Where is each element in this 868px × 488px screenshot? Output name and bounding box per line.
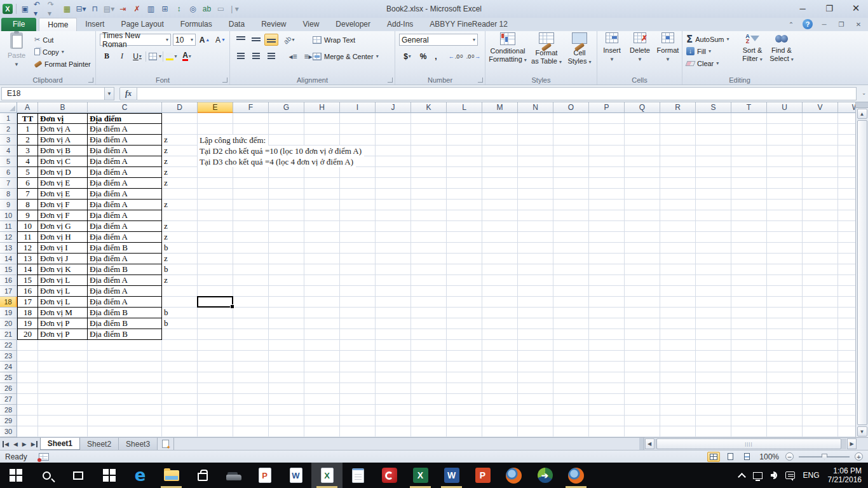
cell-V2[interactable] [803,124,838,135]
cell-R11[interactable] [660,221,696,232]
column-header-A[interactable]: A [17,102,38,113]
fill-button[interactable]: ↓Fill▾ [685,45,731,57]
autosum-button[interactable]: ΣAutoSum▾ [685,33,731,45]
cell-I28[interactable] [340,405,376,416]
cell-V17[interactable] [803,286,838,297]
cell-A21[interactable]: 20 [17,329,38,340]
cell-S17[interactable] [696,286,731,297]
cell-M27[interactable] [482,394,518,405]
cell-P22[interactable] [589,340,625,351]
cell-U7[interactable] [767,178,803,189]
cell-A2[interactable]: 1 [17,124,38,135]
cell-Q5[interactable] [625,156,660,167]
cell-U20[interactable] [767,318,803,329]
cell-P10[interactable] [589,210,625,221]
cell-I14[interactable] [340,254,376,264]
cell-B22[interactable] [38,340,88,351]
cell-C7[interactable]: Địa điểm A [88,178,162,189]
tab-developer[interactable]: Developer [327,18,379,31]
active-cell-selection[interactable] [197,296,233,308]
cell-U10[interactable] [767,210,803,221]
cell-C22[interactable] [88,340,162,351]
cell-C17[interactable]: Địa điểm A [88,286,162,297]
cell-L20[interactable] [447,318,482,329]
cell-D7[interactable]: z [162,178,198,189]
cell-K13[interactable] [411,243,447,254]
cell-Q18[interactable] [625,297,660,308]
cell-E19[interactable] [198,308,233,318]
tab-review[interactable]: Review [253,18,294,31]
cell-K19[interactable] [411,308,447,318]
italic-button[interactable]: I [115,50,129,62]
cell-K5[interactable] [411,156,447,167]
cell-V28[interactable] [803,405,838,416]
cell-N16[interactable] [518,275,553,286]
cell-A6[interactable]: 5 [17,167,38,178]
cell-P1[interactable] [589,113,625,124]
cell-M25[interactable] [482,372,518,383]
cell-P29[interactable] [589,416,625,426]
cell-P15[interactable] [589,264,625,275]
cell-I29[interactable] [340,416,376,426]
cell-D10[interactable] [162,210,198,221]
sheet-tab-sheet3[interactable]: Sheet3 [119,438,158,450]
cell-H3[interactable] [304,135,340,146]
cell-N13[interactable] [518,243,553,254]
cell-U26[interactable] [767,383,803,394]
cell-Q2[interactable] [625,124,660,135]
expand-formula-bar-icon[interactable]: ⌄ [862,90,866,96]
cell-T27[interactable] [731,394,767,405]
borders-button[interactable]: ▾ [147,50,161,62]
cell-R7[interactable] [660,178,696,189]
cell-V22[interactable] [803,340,838,351]
cell-L14[interactable] [447,254,482,264]
cell-U30[interactable] [767,426,803,437]
cell-O28[interactable] [553,405,589,416]
cell-A9[interactable]: 8 [17,200,38,210]
cell-P4[interactable] [589,146,625,156]
cell-D23[interactable] [162,351,198,362]
cell-G18[interactable] [269,297,304,308]
cell-I17[interactable] [340,286,376,297]
row-header-29[interactable]: 29 [0,416,17,426]
cell-D15[interactable]: b [162,264,198,275]
cell-C3[interactable]: Địa điểm A [88,135,162,146]
cell-O4[interactable] [553,146,589,156]
comma-format-button[interactable]: , [431,50,441,62]
cell-R20[interactable] [660,318,696,329]
orientation-button[interactable]: ab▾ [280,34,299,46]
cell-G11[interactable] [269,221,304,232]
cell-K26[interactable] [411,383,447,394]
cell-R28[interactable] [660,405,696,416]
cell-L7[interactable] [447,178,482,189]
cell-R14[interactable] [660,254,696,264]
cell-T12[interactable] [731,232,767,243]
next-sheet-icon[interactable]: ▶ [22,441,27,447]
clear-button[interactable]: Clear▾ [685,57,731,69]
normal-view-button[interactable] [707,452,720,462]
cell-R10[interactable] [660,210,696,221]
cell-O22[interactable] [553,340,589,351]
page-break-view-button[interactable] [740,452,753,462]
cell-V5[interactable] [803,156,838,167]
cell-O17[interactable] [553,286,589,297]
cell-A16[interactable]: 15 [17,275,38,286]
cell-L4[interactable] [447,146,482,156]
column-header-K[interactable]: K [411,102,447,113]
cell-I19[interactable] [340,308,376,318]
cell-D29[interactable] [162,416,198,426]
column-header-T[interactable]: T [731,102,767,113]
cell-N29[interactable] [518,416,553,426]
cell-R3[interactable] [660,135,696,146]
row-header-25[interactable]: 25 [0,372,17,383]
cell-P20[interactable] [589,318,625,329]
cell-J9[interactable] [376,200,411,210]
cell-F29[interactable] [233,416,269,426]
doc-close-icon[interactable]: ✕ [853,20,864,29]
cell-Q17[interactable] [625,286,660,297]
cell-U6[interactable] [767,167,803,178]
cell-P27[interactable] [589,394,625,405]
cell-I27[interactable] [340,394,376,405]
cell-E12[interactable] [198,232,233,243]
cell-T8[interactable] [731,189,767,200]
